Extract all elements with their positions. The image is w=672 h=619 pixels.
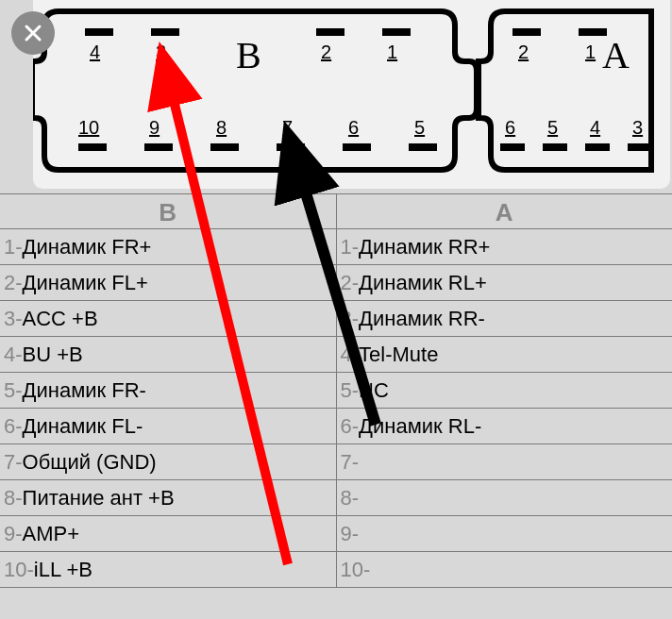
pin-number: 9- [341,522,360,546]
table-row: 9-AMP+9- [0,516,672,552]
pin-number: 6- [4,414,23,439]
table-row: 3-ACC +B3-Динамик RR- [0,301,672,337]
svg-rect-5 [382,28,411,36]
cell-a: 5-NC [337,373,673,408]
pin-label: Общий (GND) [23,450,157,475]
svg-rect-3 [151,28,179,36]
table-row: 4-BU +B4-Tel-Mute [0,337,672,373]
svg-rect-9 [277,143,305,151]
pin-label: Питание ант +B [23,486,175,510]
svg-rect-6 [78,143,107,151]
pinout-table: B A 1-Динамик FR+1-Динамик RR+2-Динамик … [0,193,672,619]
cell-a: 6-Динамик RL- [337,409,673,443]
pin-number: 4- [341,343,360,367]
pin-number: 7- [341,450,360,475]
cell-a: 8- [337,480,673,515]
pin-number: 1- [4,235,23,259]
cell-a: 3-Динамик RR- [337,301,673,336]
cell-b: 1-Динамик FR+ [0,229,337,264]
pin-number: 9- [4,522,23,546]
svg-rect-15 [543,143,567,151]
pin-label: Динамик RR+ [359,235,490,259]
pin-b5: 5 [414,117,425,139]
cell-b: 4-BU +B [0,337,337,372]
pin-label: Динамик RR- [359,307,485,331]
svg-rect-10 [343,143,371,151]
table-row: 5-Динамик FR-5-NC [0,373,672,409]
pin-number: 5- [341,378,360,403]
pin-label: BU +B [23,343,83,367]
cell-b: 7-Общий (GND) [0,444,337,479]
table-row: 7-Общий (GND)7- [0,444,672,480]
pin-b8: 8 [216,117,227,139]
svg-rect-12 [512,28,541,36]
svg-rect-14 [500,143,525,151]
connector-svg [33,0,670,189]
svg-rect-16 [585,143,610,151]
table-header-row: B A [0,193,672,229]
cell-b: 9-AMP+ [0,516,337,551]
cell-a: 2-Динамик RL+ [337,265,673,300]
pin-number: 5- [4,378,23,403]
pin-b2: 2 [321,42,331,63]
cell-a: 1-Динамик RR+ [337,229,673,264]
cell-a: 10- [337,552,673,587]
pin-number: 8- [4,486,23,510]
connector-diagram: B A 4 3 2 1 10 9 8 7 6 5 2 1 6 5 4 3 [33,0,670,189]
pin-a6: 6 [505,117,515,139]
table-row: 8-Питание ант +B8- [0,480,672,516]
close-button[interactable] [11,11,55,55]
connector-a-label: A [602,33,630,77]
pin-b9: 9 [149,117,160,139]
pin-number: 10- [341,558,371,582]
table-header-a: A [337,194,673,228]
pin-a2: 2 [518,42,529,63]
cell-b: 6-Динамик FL- [0,409,337,443]
pin-number: 7- [4,450,23,475]
svg-rect-11 [409,143,437,151]
pin-a3: 3 [632,117,643,139]
pin-label: Динамик FR+ [23,235,152,259]
pin-label: Динамик FL+ [23,271,148,295]
pin-label: iLL +B [34,558,92,582]
table-body: 1-Динамик FR+1-Динамик RR+2-Динамик FL+2… [0,229,672,588]
pin-number: 8- [341,486,360,510]
svg-rect-17 [628,143,652,151]
table-row: 2-Динамик FL+2-Динамик RL+ [0,265,672,301]
cell-b: 8-Питание ант +B [0,480,337,515]
cell-a: 9- [337,516,673,551]
pin-b3: 3 [156,42,166,63]
pin-b6: 6 [348,117,359,139]
svg-rect-7 [144,143,173,151]
pin-b7: 7 [282,117,293,139]
svg-rect-4 [316,28,344,36]
pin-a1: 1 [585,42,596,63]
cell-a: 7- [337,444,673,479]
svg-rect-2 [85,28,113,36]
table-row: 10-iLL +B10- [0,552,672,588]
pin-number: 1- [341,235,360,259]
pin-label: NC [359,378,389,403]
pin-a5: 5 [547,117,558,139]
close-icon [22,22,44,44]
pin-label: Tel-Mute [359,343,438,367]
pin-a4: 4 [590,117,600,139]
cell-a: 4-Tel-Mute [337,337,673,372]
pin-label: ACC +B [23,307,98,331]
pin-label: Динамик RL- [359,414,481,439]
pin-number: 3- [341,307,360,331]
cell-b: 3-ACC +B [0,301,337,336]
pin-number: 2- [4,271,23,295]
pin-number: 4- [4,343,23,367]
pin-label: Динамик FL- [23,414,143,439]
pin-label: Динамик FR- [23,378,146,403]
pin-number: 6- [341,414,360,439]
pin-b4: 4 [90,42,100,63]
table-header-b: B [0,194,337,228]
pin-label: AMP+ [23,522,80,546]
table-row: 6-Динамик FL-6-Динамик RL- [0,409,672,444]
svg-rect-8 [210,143,239,151]
pin-label: Динамик RL+ [359,271,487,295]
cell-b: 2-Динамик FL+ [0,265,337,300]
table-row: 1-Динамик FR+1-Динамик RR+ [0,229,672,265]
